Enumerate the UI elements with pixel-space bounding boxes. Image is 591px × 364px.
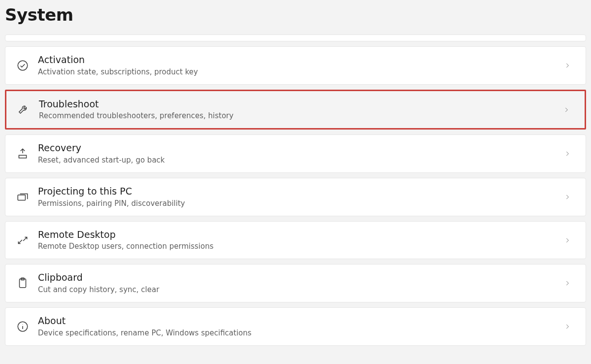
chevron-right-icon [560, 323, 575, 330]
svg-point-0 [18, 61, 28, 70]
item-title: Clipboard [38, 271, 560, 284]
item-desc: Permissions, pairing PIN, discoverabilit… [38, 199, 560, 209]
item-desc: Recommended troubleshooters, preferences… [39, 111, 559, 121]
item-title: Recovery [38, 142, 560, 154]
checkmark-circle-icon [16, 59, 38, 72]
item-desc: Remote Desktop users, connection permiss… [38, 241, 560, 252]
wrench-icon [17, 103, 39, 116]
screens-icon [16, 191, 38, 203]
chevron-right-icon [560, 194, 575, 200]
chevron-right-icon [560, 150, 575, 157]
clipboard-icon [16, 277, 38, 290]
previous-item-stub [5, 34, 586, 41]
settings-item-activation[interactable]: Activation Activation state, subscriptio… [5, 46, 586, 85]
svg-rect-1 [18, 195, 25, 200]
settings-item-clipboard[interactable]: Clipboard Cut and copy history, sync, cl… [5, 264, 586, 302]
settings-item-remote-desktop[interactable]: Remote Desktop Remote Desktop users, con… [5, 221, 586, 260]
remote-connect-icon [16, 234, 38, 247]
item-desc: Device specifications, rename PC, Window… [38, 328, 560, 338]
settings-item-recovery[interactable]: Recovery Reset, advanced start-up, go ba… [5, 134, 586, 173]
item-desc: Reset, advanced start-up, go back [38, 155, 560, 165]
item-title: Remote Desktop [38, 229, 560, 241]
settings-item-troubleshoot[interactable]: Troubleshoot Recommended troubleshooters… [5, 90, 586, 130]
item-desc: Activation state, subscriptions, product… [38, 67, 560, 77]
item-title: About [38, 315, 560, 327]
chevron-right-icon [560, 280, 575, 287]
recovery-icon [16, 147, 38, 160]
chevron-right-icon [560, 237, 575, 244]
item-title: Projecting to this PC [38, 185, 560, 198]
chevron-right-icon [560, 62, 575, 69]
settings-item-projecting[interactable]: Projecting to this PC Permissions, pairi… [5, 178, 586, 216]
item-title: Troubleshoot [39, 98, 559, 110]
item-desc: Cut and copy history, sync, clear [38, 285, 560, 295]
settings-item-about[interactable]: About Device specifications, rename PC, … [5, 307, 586, 346]
page-title: System [5, 5, 586, 25]
chevron-right-icon [559, 106, 574, 113]
item-title: Activation [38, 54, 560, 66]
info-circle-icon [16, 320, 38, 333]
